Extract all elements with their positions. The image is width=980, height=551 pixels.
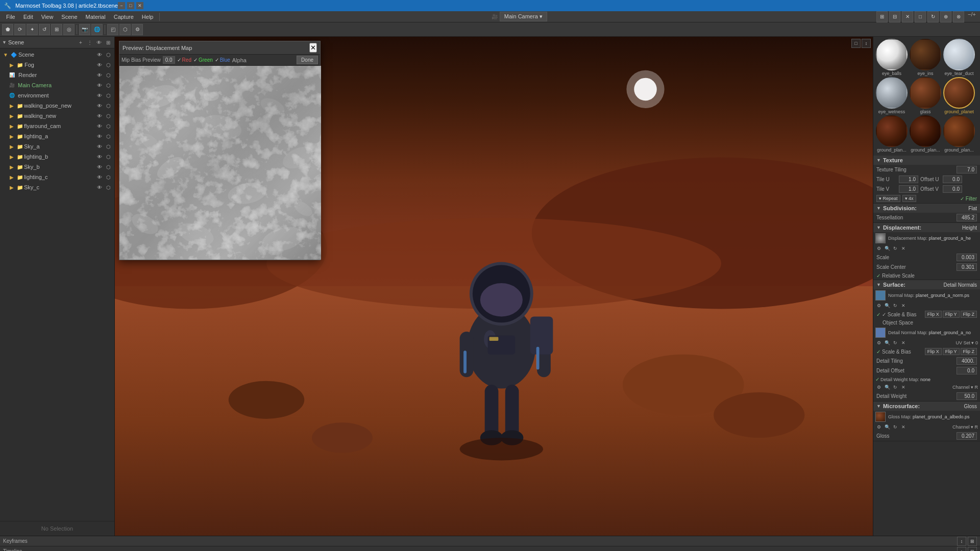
sa-eye-btn[interactable]: 👁 [95, 142, 104, 151]
mat-ground-plan4[interactable]: ground_plan... [943, 115, 975, 153]
subdivision-header[interactable]: ▼ Subdivision: Flat [873, 204, 980, 213]
fog-eye-btn[interactable]: 👁 [95, 61, 104, 69]
mat-eye-ins[interactable]: eye_ins [909, 39, 942, 76]
dn-search-btn[interactable]: 🔍 [884, 339, 891, 346]
tree-item-lighting-c[interactable]: ▶ 📁 lighting_c 👁 ⬡ [0, 172, 114, 182]
microsurface-header[interactable]: ▼ Microsurface: Gloss [873, 402, 980, 411]
cam-more-btn[interactable]: ⬡ [104, 81, 112, 89]
gm-refresh-btn[interactable]: ↻ [892, 423, 899, 431]
tree-item-sky-c[interactable]: ▶ 📁 Sky_c 👁 ⬡ [0, 182, 114, 192]
kf-btn-1[interactable]: ↕ [957, 537, 966, 546]
la-eye-btn[interactable]: 👁 [95, 132, 104, 140]
toolbar-btn-10[interactable]: ⬡ [119, 24, 131, 35]
env-eye-btn[interactable]: 👁 [95, 91, 104, 99]
mat-ground-plan2[interactable]: ground_plan... [875, 115, 908, 153]
tessellation-value[interactable]: 485.2 [957, 214, 977, 221]
tree-item-scene[interactable]: ▼ 🔷 Scene 👁 ⬡ [0, 49, 114, 60]
nm-clear-btn[interactable]: ✕ [900, 302, 907, 309]
detail-flip-y-btn[interactable]: Flip Y [943, 348, 960, 355]
lb-eye-btn[interactable]: 👁 [95, 153, 104, 161]
menu-view[interactable]: View [37, 13, 58, 21]
la-more-btn[interactable]: ⬡ [104, 132, 112, 140]
tree-item-lighting-b[interactable]: ▶ 📁 lighting_b 👁 ⬡ [0, 152, 114, 162]
uv-set-label[interactable]: UV Set ▾ 0 [955, 340, 978, 345]
toolbar-icon-3[interactable]: ✕ [902, 11, 913, 22]
tree-item-sky-a[interactable]: ▶ 📁 Sky_a 👁 ⬡ [0, 141, 114, 152]
mat-eye-wetness[interactable]: eye_wetness [875, 77, 908, 114]
gm-search-btn[interactable]: 🔍 [884, 423, 891, 431]
scale-value[interactable]: 0.003 [957, 254, 977, 261]
disp-done-button[interactable]: Done [297, 56, 318, 64]
mat-glass[interactable]: glass [909, 77, 942, 114]
sb-more-btn[interactable]: ⬡ [104, 163, 112, 171]
mat-eye-balls[interactable]: eye_balls [875, 39, 908, 76]
toolbar-btn-2[interactable]: ⟳ [14, 24, 26, 35]
toolbar-icon-5[interactable]: ↻ [927, 11, 939, 22]
menu-edit[interactable]: Edit [19, 13, 37, 21]
toolbar-btn-11[interactable]: ⚙ [132, 24, 143, 35]
wn-eye-btn[interactable]: 👁 [95, 112, 104, 120]
disp-close-btn[interactable]: ✕ [309, 43, 317, 53]
tree-item-fog[interactable]: ▶ 📁 Fog 👁 ⬡ [0, 60, 114, 70]
channel-r-label[interactable]: Channel ▾ R [952, 385, 978, 390]
toolbar-btn-1[interactable]: ⬟ [2, 24, 13, 35]
detail-flip-z-btn[interactable]: Flip Z [961, 348, 977, 355]
vp-btn-1[interactable]: □ [851, 39, 861, 48]
wn-more-btn[interactable]: ⬡ [104, 112, 112, 120]
nm-refresh-btn[interactable]: ↻ [892, 302, 899, 309]
toolbar-btn-9[interactable]: ◰ [107, 24, 118, 35]
toolbar-btn-5[interactable]: ⊞ [51, 24, 62, 35]
wp-more-btn[interactable]: ⬡ [104, 102, 112, 110]
flip-x-btn[interactable]: Flip X [925, 311, 942, 318]
sc-eye-btn[interactable]: 👁 [95, 183, 104, 191]
dwm-search-btn[interactable]: 🔍 [884, 384, 891, 391]
minimize-button[interactable]: − [118, 2, 125, 9]
dn-settings-btn[interactable]: ⚙ [875, 339, 883, 346]
mat-ground-planet[interactable]: ground_planet [943, 77, 975, 114]
sa-more-btn[interactable]: ⬡ [104, 142, 112, 151]
toolbar-btn-4[interactable]: ↺ [39, 24, 50, 35]
aniso-button[interactable]: ▾ 4x [902, 195, 916, 202]
cam-eye-btn[interactable]: 👁 [95, 81, 104, 89]
env-more-btn[interactable]: ⬡ [104, 91, 112, 99]
tree-item-sky-b[interactable]: ▶ 📁 Sky_b 👁 ⬡ [0, 162, 114, 172]
dn-refresh-btn[interactable]: ↻ [892, 339, 899, 346]
displacement-header[interactable]: ▼ Displacement: Height [873, 223, 980, 232]
flip-y-btn[interactable]: Flip Y [943, 311, 960, 318]
menu-material[interactable]: Material [82, 13, 110, 21]
offset-u-value[interactable]: 0.0 [943, 176, 962, 183]
gloss-value[interactable]: 0.207 [957, 432, 977, 440]
scene-view-btn[interactable]: 👁 [95, 38, 103, 46]
texture-tiling-value[interactable]: 7.0 [957, 166, 977, 173]
dwm-settings-btn[interactable]: ⚙ [875, 384, 883, 391]
flip-z-btn[interactable]: Flip Z [961, 311, 977, 318]
tree-item-walking-pose[interactable]: ▶ 📁 walking_pose_new 👁 ⬡ [0, 101, 114, 111]
maximize-button[interactable]: □ [127, 2, 134, 9]
menu-help[interactable]: Help [138, 13, 158, 21]
scene-more-btn[interactable]: ⬡ [104, 51, 112, 59]
toolbar-icon-2[interactable]: ⊟ [889, 11, 900, 22]
tile-u-value[interactable]: 1.0 [899, 176, 918, 183]
fly-more-btn[interactable]: ⬡ [104, 122, 112, 130]
sb-eye-btn[interactable]: 👁 [95, 163, 104, 171]
toolbar-icon-7[interactable]: ⊗ [953, 11, 964, 22]
fog-more-btn[interactable]: ⬡ [104, 61, 112, 69]
kf-btn-2[interactable]: ⊞ [968, 537, 977, 546]
scene-eye-btn[interactable]: 👁 [95, 51, 104, 59]
dwm-refresh-btn[interactable]: ↻ [892, 384, 899, 391]
disp-settings-btn[interactable]: ⚙ [875, 245, 883, 252]
menu-file[interactable]: File [2, 13, 19, 21]
tl-btn-2[interactable]: ⊞ [968, 547, 977, 552]
wrap-button[interactable]: ▾ Repeat [876, 195, 900, 202]
detail-offset-value[interactable]: 0.0 [957, 367, 977, 374]
lb-more-btn[interactable]: ⬡ [104, 153, 112, 161]
sc-more-btn[interactable]: ⬡ [104, 183, 112, 191]
tl-btn-1[interactable]: ↕ [957, 547, 966, 552]
toolbar-btn-3[interactable]: ✦ [27, 24, 38, 35]
gm-clear-btn[interactable]: ✕ [900, 423, 907, 431]
tree-item-walking-new[interactable]: ▶ 📁 walking_new 👁 ⬡ [0, 111, 114, 121]
nm-settings-btn[interactable]: ⚙ [875, 302, 883, 309]
toolbar-icon-4[interactable]: □ [915, 11, 926, 22]
close-button[interactable]: ✕ [136, 2, 143, 9]
gloss-channel-label[interactable]: Channel ▾ R [952, 424, 978, 430]
